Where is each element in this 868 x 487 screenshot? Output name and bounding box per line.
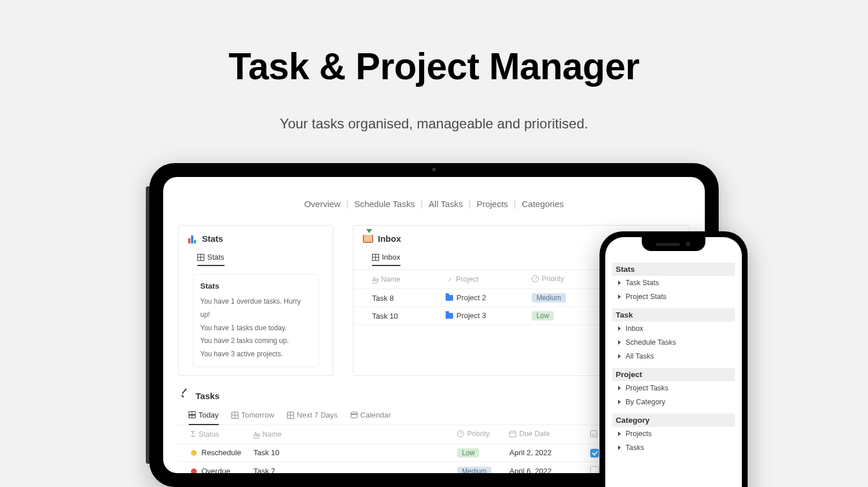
nav-sep: |	[421, 199, 423, 209]
phone-section-title: Task	[612, 308, 735, 322]
tab-today[interactable]: Today	[189, 407, 219, 425]
nav-overview[interactable]: Overview	[304, 199, 341, 209]
nav-projects[interactable]: Projects	[477, 199, 508, 209]
cell-name: Task 10	[248, 444, 451, 462]
stats-box-title: Stats	[200, 282, 311, 290]
gauge-icon	[532, 275, 539, 282]
cell-name: Task 10	[354, 307, 439, 325]
status-cell: Reschedule	[191, 448, 242, 457]
table-icon	[231, 412, 238, 419]
folder-icon	[446, 295, 453, 301]
tab-tomorrow[interactable]: Tomorrow	[231, 407, 274, 425]
phone-notch	[642, 237, 705, 251]
caret-right-icon	[618, 400, 621, 404]
page-subtitle: Your tasks organised, manageable and pri…	[0, 116, 868, 132]
phone-list-item[interactable]: Inbox	[612, 322, 735, 335]
phone-list-item[interactable]: Project Tasks	[612, 381, 735, 395]
phone-section-title: Stats	[612, 263, 735, 276]
top-nav: Overview | Schedule Tasks | All Tasks | …	[163, 177, 705, 225]
recurring-checkbox[interactable]	[590, 449, 599, 458]
stats-line: You have 3 active projects.	[200, 348, 311, 361]
col-name: Name	[262, 430, 281, 438]
relation-icon: →	[443, 274, 455, 285]
stats-line: You have 1 tasks due today.	[200, 322, 311, 335]
tab-stats[interactable]: Stats	[197, 249, 225, 266]
caret-right-icon	[618, 445, 621, 450]
cell-due: April 2, 2022	[503, 444, 584, 462]
col-due: Due Date	[519, 430, 550, 438]
caret-right-icon	[618, 326, 621, 331]
stats-line: You have 1 overdue tasks. Hurry up!	[200, 295, 311, 322]
phone-item-label: By Category	[626, 398, 665, 406]
phone-list-item[interactable]: Project Stats	[612, 290, 735, 304]
phone-item-label: All Tasks	[626, 352, 654, 360]
nav-categories[interactable]: Categories	[522, 199, 564, 209]
phone-list-item[interactable]: Projects	[612, 427, 735, 441]
caret-right-icon	[618, 386, 621, 390]
tab-tomorrow-label: Tomorrow	[241, 411, 274, 419]
phone-item-label: Inbox	[626, 324, 643, 333]
tab-next7-label: Next 7 Days	[297, 411, 338, 419]
phone-item-label: Schedule Tasks	[626, 338, 676, 346]
nav-sep: |	[469, 199, 471, 209]
status-dot-icon	[191, 450, 197, 456]
text-icon: Aa	[372, 276, 378, 283]
col-priority: Priority	[542, 275, 564, 283]
calendar-icon	[509, 431, 516, 437]
cell-name: Task 7	[248, 462, 451, 473]
col-status: Status	[198, 430, 219, 438]
cell-due: April 6, 2022	[503, 462, 584, 473]
formula-icon: Σ	[191, 430, 196, 439]
status-cell: Overdue	[191, 467, 242, 473]
tab-next7[interactable]: Next 7 Days	[287, 407, 338, 425]
phone-list-item[interactable]: By Category	[612, 395, 735, 409]
caret-right-icon	[618, 354, 621, 359]
stats-line: You have 2 tasks coming up.	[200, 334, 311, 348]
caret-right-icon	[618, 431, 621, 436]
table-icon	[189, 411, 196, 418]
tasks-title: Tasks	[196, 391, 219, 401]
phone-section-title: Category	[612, 414, 735, 427]
phone-frame: StatsTask StatsProject StatsTaskInboxSch…	[599, 231, 748, 487]
phone-list-item[interactable]: Schedule Tasks	[612, 335, 735, 349]
calendar-icon	[351, 412, 358, 418]
phone-list-item[interactable]: Tasks	[612, 441, 735, 455]
text-icon: Aa	[253, 431, 259, 438]
priority-tag: Medium	[457, 467, 491, 473]
bar-chart-icon	[188, 234, 197, 244]
tab-calendar[interactable]: Calendar	[351, 407, 391, 425]
phone-section-title: Project	[612, 368, 735, 381]
project-chip[interactable]: Project 3	[446, 311, 486, 320]
nav-sep: |	[514, 199, 516, 209]
nav-schedule-tasks[interactable]: Schedule Tasks	[354, 199, 415, 209]
nav-all-tasks[interactable]: All Tasks	[429, 199, 463, 209]
phone-list-item[interactable]: Task Stats	[612, 276, 735, 290]
tab-stats-label: Stats	[207, 253, 225, 261]
nav-sep: |	[346, 199, 348, 209]
recurring-checkbox[interactable]	[590, 466, 599, 473]
phone-item-label: Project Stats	[626, 293, 667, 301]
priority-tag: Low	[532, 311, 554, 320]
priority-tag: Medium	[532, 293, 566, 302]
phone-item-label: Projects	[626, 430, 652, 438]
phone-list-item[interactable]: All Tasks	[612, 349, 735, 363]
col-project: Project	[456, 275, 479, 283]
table-icon	[287, 412, 294, 419]
tab-calendar-label: Calendar	[361, 411, 391, 419]
tab-inbox-label: Inbox	[382, 253, 400, 261]
stats-title: Stats	[202, 234, 223, 244]
inbox-title: Inbox	[378, 234, 401, 244]
tab-inbox[interactable]: Inbox	[372, 249, 400, 266]
project-chip[interactable]: Project 2	[446, 293, 486, 302]
status-dot-icon	[191, 468, 197, 473]
table-icon	[197, 254, 204, 261]
caret-right-icon	[618, 294, 621, 299]
stats-box: Stats You have 1 overdue tasks. Hurry up…	[193, 274, 319, 367]
page-title: Task & Project Manager	[0, 45, 868, 88]
phone-item-label: Project Tasks	[626, 384, 668, 392]
inbox-tray-icon	[363, 235, 373, 243]
col-name: Name	[381, 275, 400, 283]
checkbox-icon	[590, 430, 597, 437]
stats-card: Stats Stats Stats You have 1 overdue tas…	[178, 225, 333, 376]
caret-right-icon	[618, 340, 621, 345]
